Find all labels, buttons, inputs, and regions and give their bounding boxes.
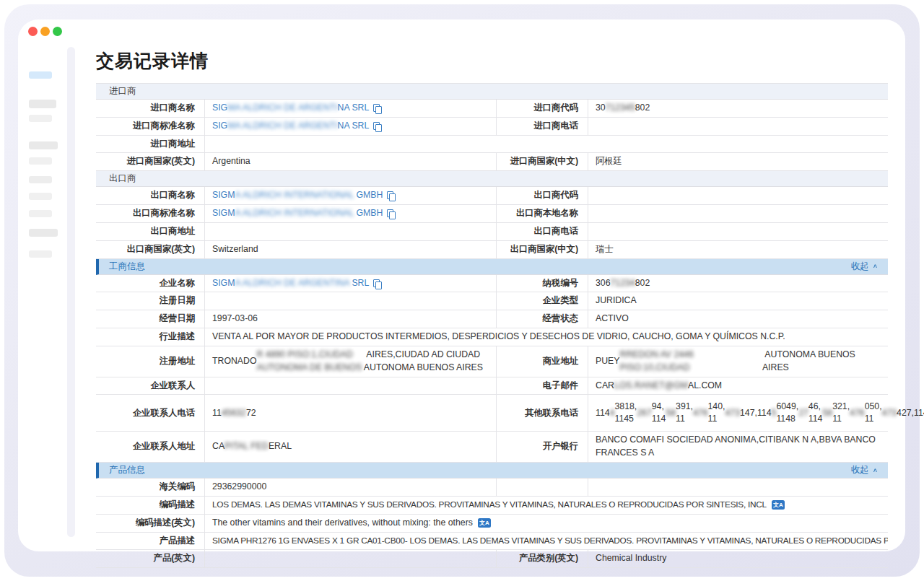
section-header-importer: 进口商 <box>96 84 888 100</box>
importer-name-link[interactable]: SIGMA ALDRICH DE ARGENTINA SRL <box>212 102 369 115</box>
email-label: 电子邮件 <box>496 377 588 395</box>
tax-id-label: 纳税编号 <box>496 275 588 292</box>
importer-std-name-label: 进口商标准名称 <box>96 118 204 135</box>
sidebar-skeleton-item <box>29 250 52 258</box>
exporter-address-label: 出口商地址 <box>96 223 204 240</box>
exporter-local-name-value <box>588 205 888 222</box>
trade-record-table: 进口商 进口商名称 SIGMA ALDRICH DE ARGENTINA SRL… <box>96 83 888 568</box>
company-type-value: JURIDICA <box>588 292 888 310</box>
contact-phone-value: 114563272 <box>204 395 496 431</box>
hs-code-value: 29362990000 <box>204 479 496 496</box>
exporter-name-value: SIGMA ALDRICH INTERNATIONAL GMBH <box>204 187 496 204</box>
business-bank-row: 企业联系人地址 CAPITAL FEDERAL 开户银行 BANCO COMAF… <box>96 432 888 463</box>
importer-std-name-value: SIGMA ALDRICH DE ARGENTINA SRL <box>204 118 496 135</box>
contact-address-label: 企业联系人地址 <box>96 432 204 462</box>
copy-icon[interactable] <box>373 104 381 113</box>
importer-phone-label: 进口商电话 <box>496 118 588 135</box>
importer-address-value <box>204 136 888 153</box>
exporter-country-en-value: Switzerland <box>204 241 496 258</box>
reg-date-value <box>204 292 496 310</box>
exporter-address-value <box>204 223 496 240</box>
product-hs-code-row: 海关编码 29362990000 <box>96 479 888 497</box>
business-company-name-row: 企业名称 SIGMA ALDRICH DE ARGENTINA SRL 纳税编号… <box>96 275 888 293</box>
email-value: CARLOS.RANET@GMAL.COM <box>588 377 888 395</box>
copy-icon[interactable] <box>373 279 381 288</box>
importer-country-en-label: 进口商国家(英文) <box>96 153 204 170</box>
business-contact-row: 企业联系人 电子邮件 CARLOS.RANET@GMAL.COM <box>96 377 888 396</box>
product-desc-label: 产品描述 <box>96 533 204 550</box>
importer-country-cn-label: 进口商国家(中文) <box>496 153 588 170</box>
exporter-name-link[interactable]: SIGMA ALDRICH INTERNATIONAL GMBH <box>212 189 383 202</box>
contact-label: 企业联系人 <box>96 377 204 395</box>
product-en-label: 产品(英文) <box>96 550 204 567</box>
sidebar-skeleton-item <box>29 141 58 149</box>
hs-code-label: 海关编码 <box>96 479 204 496</box>
translate-icon[interactable]: 文A <box>772 500 785 510</box>
sidebar-skeleton-item <box>29 210 52 217</box>
collapse-button-product[interactable]: 收起 ∧ <box>851 464 878 476</box>
collapse-label: 收起 <box>851 261 869 273</box>
section-title: 工商信息 <box>109 261 145 273</box>
section-header-exporter: 出口商 <box>96 171 888 187</box>
business-op-date-row: 经营日期 1997-03-06 经营状态 ACTIVO <box>96 310 888 328</box>
code-desc-value: LOS DEMAS. LAS DEMAS VITAMINAS Y SUS DER… <box>204 497 888 514</box>
exporter-std-name-link[interactable]: SIGMA ALDRICH INTERNATIONAL GMBH <box>212 207 383 220</box>
op-date-value: 1997-03-06 <box>204 310 496 328</box>
importer-name-row: 进口商名称 SIGMA ALDRICH DE ARGENTINA SRL 进口商… <box>96 100 888 118</box>
translate-icon[interactable]: 文A <box>478 518 491 528</box>
page-title: 交易记录详情 <box>96 49 889 73</box>
importer-std-name-link[interactable]: SIGMA ALDRICH DE ARGENTINA SRL <box>212 120 369 133</box>
importer-name-value: SIGMA ALDRICH DE ARGENTINA SRL <box>204 100 496 117</box>
collapse-button-business[interactable]: 收起 ∧ <box>851 261 878 273</box>
exporter-country-row: 出口商国家(英文) Switzerland 出口商国家(中文) 瑞士 <box>96 241 888 259</box>
sidebar-skeleton-item <box>29 229 58 237</box>
category-en-label: 产品类别(英文) <box>496 550 588 567</box>
op-status-value: ACTIVO <box>588 310 888 328</box>
importer-country-en-value: Argentina <box>204 153 496 170</box>
copy-icon[interactable] <box>387 209 395 218</box>
exporter-std-name-row: 出口商标准名称 SIGMA ALDRICH INTERNATIONAL GMBH… <box>96 205 888 223</box>
product-code-desc-row: 编码描述 LOS DEMAS. LAS DEMAS VITAMINAS Y SU… <box>96 497 888 515</box>
copy-icon[interactable] <box>387 191 395 200</box>
exporter-name-row: 出口商名称 SIGMA ALDRICH INTERNATIONAL GMBH 出… <box>96 187 888 205</box>
tax-id-value: 30671234802 <box>588 275 888 292</box>
collapse-label: 收起 <box>851 464 869 476</box>
sidebar-divider <box>67 47 75 537</box>
exporter-name-label: 出口商名称 <box>96 187 204 204</box>
sidebar-skeleton-item <box>29 176 52 183</box>
section-title: 出口商 <box>109 172 136 185</box>
exporter-code-label: 出口商代码 <box>496 187 588 204</box>
importer-address-label: 进口商地址 <box>96 136 204 153</box>
importer-country-cn-value: 阿根廷 <box>588 153 888 170</box>
contact-address-value: CAPITAL FEDERAL <box>204 432 496 462</box>
importer-phone-value <box>588 118 888 135</box>
importer-country-row: 进口商国家(英文) Argentina 进口商国家(中文) 阿根廷 <box>96 153 888 171</box>
product-desc-row: 产品描述 SIGMA PHR1276 1G ENVASES X 1 GR CA0… <box>96 533 888 551</box>
other-phones-label: 其他联系电话 <box>496 395 588 431</box>
sidebar-skeleton-item <box>29 115 52 122</box>
exporter-phone-label: 出口商电话 <box>496 223 588 240</box>
empty-label <box>496 479 588 496</box>
exporter-phone-value <box>588 223 888 240</box>
company-name-link[interactable]: SIGMA ALDRICH DE ARGENTINA SRL <box>212 277 369 290</box>
main-content: 交易记录详情 进口商 进口商名称 SIGMA ALDRICH DE ARGENT… <box>96 19 889 551</box>
sidebar-item-active[interactable] <box>29 71 52 79</box>
contact-phone-label: 企业联系人电话 <box>96 395 204 431</box>
sidebar-skeleton-item <box>29 100 56 108</box>
product-en-value <box>204 550 496 567</box>
section-title: 产品信息 <box>109 464 145 476</box>
category-en-value: Chemical Industry <box>588 550 888 567</box>
bank-label: 开户银行 <box>496 432 588 462</box>
sidebar-skeleton-item <box>29 157 52 165</box>
company-type-label: 企业类型 <box>496 292 588 310</box>
sidebar-skeleton-item <box>29 193 52 200</box>
exporter-country-en-label: 出口商国家(英文) <box>96 241 204 258</box>
product-code-desc-en-row: 编码描述(英文) The other vitamins and their de… <box>96 515 888 533</box>
copy-icon[interactable] <box>373 122 381 131</box>
sidebar-skeleton <box>29 19 65 551</box>
product-desc-value: SIGMA PHR1276 1G ENVASES X 1 GR CA01-CB0… <box>204 533 888 550</box>
exporter-country-cn-label: 出口商国家(中文) <box>496 241 588 258</box>
other-phones-value: 11443818, 114526794, 11458391, 11476140,… <box>588 395 888 431</box>
product-en-row: 产品(英文) 产品类别(英文) Chemical Industry <box>96 550 888 568</box>
industry-desc-value: VENTA AL POR MAYOR DE PRODUCTOS INTERMED… <box>204 328 888 346</box>
